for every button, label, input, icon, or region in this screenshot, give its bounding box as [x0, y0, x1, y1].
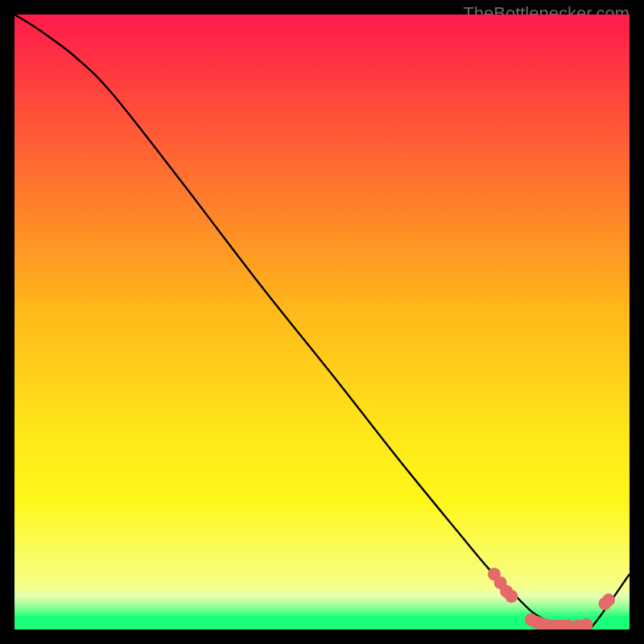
plot-area: [14, 14, 630, 630]
marker-dot: [505, 590, 518, 603]
gradient-background: [14, 14, 630, 630]
chart-svg: [14, 14, 630, 630]
chart-canvas: TheBottlenecker.com: [0, 0, 644, 644]
marker-dot: [602, 593, 615, 606]
